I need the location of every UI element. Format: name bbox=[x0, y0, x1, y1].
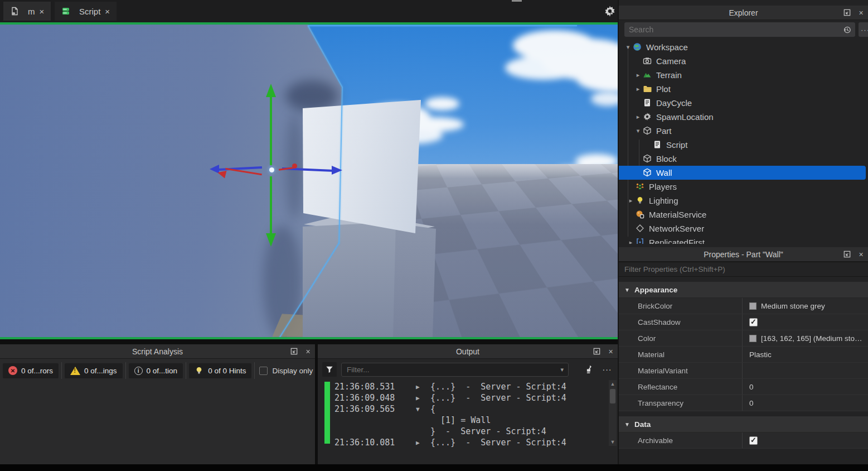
display-only-toggle[interactable]: Display only bbox=[259, 367, 313, 375]
prop-value[interactable]: [163, 162, 165] (Medium sto… bbox=[761, 334, 862, 343]
close-tab-icon[interactable]: × bbox=[40, 7, 45, 16]
prop-row-material[interactable]: Material Plastic bbox=[619, 347, 868, 363]
search-history-icon[interactable] bbox=[842, 25, 852, 35]
section-appearance[interactable]: ▼ Appearance bbox=[619, 282, 868, 298]
close-panel-icon[interactable]: × bbox=[606, 347, 615, 356]
scroll-up-icon[interactable]: ▲ bbox=[609, 380, 617, 388]
color-swatch[interactable] bbox=[749, 302, 757, 310]
expand-arrow-icon[interactable]: ▾ bbox=[633, 127, 643, 134]
output-scrollbar[interactable]: ▲ ▼ bbox=[609, 380, 617, 446]
script-analysis-header[interactable]: Script Analysis × bbox=[0, 344, 315, 359]
prop-row-castshadow[interactable]: CastShadow bbox=[619, 314, 868, 330]
properties-filter-input[interactable] bbox=[619, 265, 868, 273]
section-collapse-icon[interactable]: ▼ bbox=[624, 287, 630, 293]
gizmo-center-handle[interactable] bbox=[269, 167, 274, 172]
prop-value[interactable]: 0 bbox=[749, 383, 754, 391]
prop-row-reflectance[interactable]: Reflectance 0 bbox=[619, 379, 868, 395]
popout-icon[interactable] bbox=[289, 347, 299, 356]
scrollbar-thumb[interactable] bbox=[610, 389, 615, 403]
tree-item-daycycle[interactable]: DayCycle bbox=[619, 96, 868, 110]
prop-value[interactable]: 0 bbox=[749, 399, 754, 407]
output-filter[interactable]: ▾ bbox=[341, 363, 569, 377]
information-filter-button[interactable]: i 0 of...tion bbox=[129, 363, 183, 378]
hints-filter-button[interactable]: 0 of 0 Hints bbox=[189, 363, 251, 378]
close-panel-icon[interactable]: × bbox=[856, 249, 866, 259]
tree-item-networkserver[interactable]: NetworkServer bbox=[619, 222, 868, 235]
output-header[interactable]: Output × bbox=[318, 344, 618, 359]
gizmo-x-handle[interactable] bbox=[292, 164, 297, 169]
prop-row-archivable[interactable]: Archivable bbox=[619, 432, 868, 449]
log-line[interactable]: 21:36:09.565 ▼ { bbox=[318, 403, 602, 415]
expand-arrow-icon[interactable]: ▶ bbox=[416, 439, 420, 446]
filter-funnel-icon[interactable] bbox=[322, 362, 337, 377]
warnings-filter-button[interactable]: 0 of...ings bbox=[65, 363, 123, 378]
color-swatch[interactable] bbox=[749, 335, 757, 342]
output-filter-input[interactable] bbox=[342, 366, 560, 374]
explorer-search[interactable] bbox=[624, 22, 855, 37]
tree-item-workspace[interactable]: ▾ Workspace bbox=[619, 40, 868, 54]
tree-item-materialservice[interactable]: MaterialService bbox=[619, 208, 868, 222]
search-input[interactable] bbox=[624, 25, 842, 34]
log-line[interactable]: 21:36:08.531 ▶ {...} - Server - Script:4 bbox=[318, 381, 602, 392]
popout-icon[interactable] bbox=[842, 8, 852, 17]
gizmo-arrow-up[interactable] bbox=[266, 84, 276, 97]
clear-output-broom-icon[interactable] bbox=[581, 362, 595, 377]
tree-item-players[interactable]: Players bbox=[619, 180, 868, 194]
tab-script[interactable]: Script × bbox=[55, 2, 117, 21]
close-panel-icon[interactable]: × bbox=[303, 347, 313, 356]
tree-item-script[interactable]: Script bbox=[619, 138, 868, 152]
explorer-header[interactable]: Explorer × bbox=[619, 6, 868, 20]
tree-item-lighting[interactable]: ▸ Lighting bbox=[619, 194, 868, 208]
gizmo-y-axis[interactable] bbox=[270, 96, 272, 165]
explorer-more-button[interactable]: ··· bbox=[859, 22, 868, 37]
front-panel-part[interactable] bbox=[301, 98, 423, 235]
popout-icon[interactable] bbox=[842, 249, 852, 259]
tab-place[interactable]: m × bbox=[3, 2, 51, 21]
expand-arrow-icon[interactable]: ▶ bbox=[416, 395, 420, 402]
chevron-down-icon[interactable]: ▾ bbox=[560, 366, 568, 373]
properties-filter[interactable] bbox=[619, 262, 868, 277]
output-more-button[interactable]: ··· bbox=[600, 362, 614, 377]
output-log-area[interactable]: 21:36:08.531 ▶ {...} - Server - Script:4… bbox=[318, 380, 618, 447]
block-part-front-face[interactable] bbox=[300, 220, 396, 337]
prop-row-transparency[interactable]: Transparency 0 bbox=[619, 395, 868, 411]
expand-arrow-icon[interactable]: ▸ bbox=[626, 197, 636, 204]
section-data[interactable]: ▼ Data bbox=[619, 416, 868, 432]
properties-header[interactable]: Properties - Part "Wall" × bbox=[619, 247, 868, 262]
prop-value[interactable]: Plastic bbox=[749, 350, 772, 359]
log-line[interactable]: 21:36:10.081 ▶ {...} - Server - Script:4 bbox=[318, 437, 602, 447]
prop-row-color[interactable]: Color [163, 162, 165] (Medium sto… bbox=[619, 330, 868, 347]
gizmo-y-axis[interactable] bbox=[270, 176, 272, 234]
tree-item-spawnlocation[interactable]: ▸ SpawnLocation bbox=[619, 110, 868, 124]
prop-value[interactable]: Medium stone grey bbox=[761, 302, 825, 310]
tree-item-replicatedfirst[interactable]: ▸ ReplicatedFirst bbox=[619, 235, 868, 244]
tree-item-terrain[interactable]: ▸ Terrain bbox=[619, 68, 868, 82]
expand-arrow-icon[interactable]: ▾ bbox=[623, 44, 633, 51]
checkbox[interactable] bbox=[259, 367, 268, 375]
checkbox[interactable] bbox=[749, 436, 758, 445]
tree-item-camera[interactable]: Camera bbox=[619, 54, 868, 68]
tree-item-part[interactable]: ▾ Part bbox=[619, 124, 868, 138]
expand-arrow-icon[interactable]: ▸ bbox=[633, 71, 643, 79]
gizmo-arrow-right[interactable] bbox=[332, 166, 342, 175]
scroll-down-icon[interactable]: ▼ bbox=[609, 438, 617, 446]
expand-arrow-icon[interactable]: ▸ bbox=[626, 239, 636, 244]
expand-arrow-icon[interactable]: ▶ bbox=[416, 383, 420, 391]
checkbox[interactable] bbox=[749, 318, 758, 326]
expand-arrow-icon[interactable]: ▼ bbox=[416, 406, 420, 413]
prop-row-materialvariant[interactable]: MaterialVariant bbox=[619, 363, 868, 379]
log-line[interactable]: } - Server - Script:4 bbox=[318, 426, 602, 437]
errors-filter-button[interactable]: ✕ 0 of...rors bbox=[3, 363, 59, 378]
settings-gear-icon[interactable] bbox=[604, 5, 616, 17]
popout-icon[interactable] bbox=[592, 347, 602, 356]
expand-arrow-icon[interactable]: ▸ bbox=[633, 113, 643, 121]
3d-viewport[interactable] bbox=[0, 22, 618, 339]
block-part-right-face[interactable] bbox=[390, 221, 437, 337]
log-line[interactable]: [1] = Wall bbox=[318, 415, 602, 426]
close-tab-icon[interactable]: × bbox=[105, 7, 110, 16]
close-panel-icon[interactable]: × bbox=[856, 8, 866, 17]
section-collapse-icon[interactable]: ▼ bbox=[624, 421, 630, 427]
gizmo-arrow-down[interactable] bbox=[266, 233, 276, 247]
expand-arrow-icon[interactable]: ▸ bbox=[633, 85, 643, 93]
tree-item-wall[interactable]: Wall bbox=[619, 166, 866, 180]
